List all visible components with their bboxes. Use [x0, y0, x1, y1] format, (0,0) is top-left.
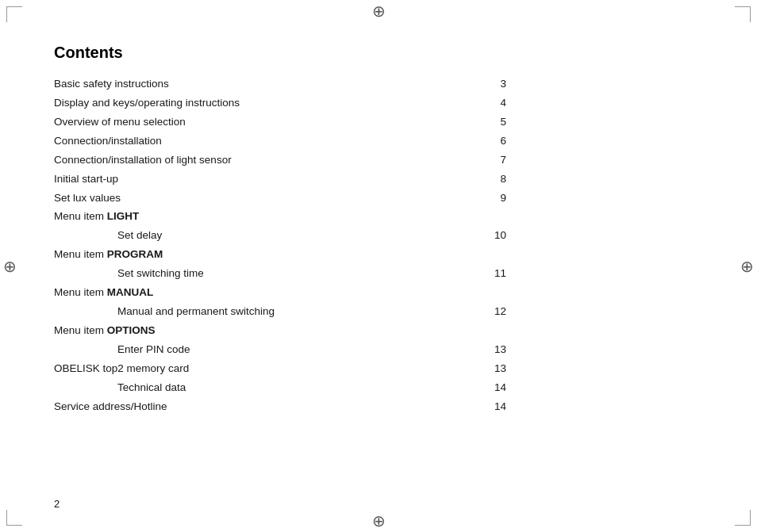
toc-label: Set lux values — [54, 190, 475, 207]
main-content: Contents Basic safety instructions 3 Dis… — [54, 44, 514, 418]
toc-row: Set delay 10 — [54, 228, 514, 244]
corner-mark-bottom-right — [735, 510, 751, 526]
toc-label: Menu item OPTIONS — [54, 323, 475, 339]
toc-row: Basic safety instructions 3 — [54, 76, 514, 93]
crosshair-top: ⊕ — [372, 3, 386, 19]
crosshair-bottom: ⊕ — [372, 513, 386, 529]
toc-row: Menu item LIGHT — [54, 209, 514, 225]
toc-page: 14 — [475, 380, 514, 396]
toc-label: Menu item MANUAL — [54, 285, 475, 301]
toc-row: Display and keys/operating instructions … — [54, 95, 514, 112]
toc-page: 8 — [475, 171, 514, 188]
toc-label: OBELISK top2 memory card — [54, 361, 475, 377]
crosshair-left: ⊕ — [3, 258, 17, 274]
toc-page: 13 — [475, 342, 514, 358]
toc-row: Overview of menu selection 5 — [54, 114, 514, 131]
toc-row: Menu item MANUAL — [54, 285, 514, 301]
toc-label: Basic safety instructions — [54, 76, 475, 93]
toc-row: Menu item OPTIONS — [54, 323, 514, 339]
toc-row: Enter PIN code 13 — [54, 342, 514, 358]
toc-label: Overview of menu selection — [54, 114, 475, 131]
toc-label: Set switching time — [54, 266, 475, 282]
toc-row: Set lux values 9 — [54, 190, 514, 207]
toc-row: Service address/Hotline 14 — [54, 399, 514, 415]
toc-table: Basic safety instructions 3 Display and … — [54, 76, 514, 415]
page-container: ⊕ ⊕ ⊕ ⊕ Contents Basic safety instructio… — [0, 0, 757, 532]
toc-page: 3 — [475, 76, 514, 93]
toc-row: Connection/installation of light sensor … — [54, 152, 514, 169]
toc-row: Initial start-up 8 — [54, 171, 514, 188]
toc-label: Initial start-up — [54, 171, 475, 188]
toc-page: 12 — [475, 304, 514, 320]
toc-label: Service address/Hotline — [54, 399, 475, 415]
toc-row: OBELISK top2 memory card 13 — [54, 361, 514, 377]
toc-label: Technical data — [54, 380, 475, 396]
toc-label: Connection/installation of light sensor — [54, 152, 475, 169]
toc-label: Display and keys/operating instructions — [54, 95, 475, 112]
page-title: Contents — [54, 44, 514, 62]
toc-label: Set delay — [54, 228, 475, 244]
toc-row: Set switching time 11 — [54, 266, 514, 282]
toc-row: Menu item PROGRAM — [54, 247, 514, 263]
toc-page: 13 — [475, 361, 514, 377]
toc-page: 11 — [475, 266, 514, 282]
toc-label: Enter PIN code — [54, 342, 475, 358]
toc-page: 7 — [475, 152, 514, 169]
toc-row: Manual and permanent switching 12 — [54, 304, 514, 320]
toc-page: 9 — [475, 190, 514, 207]
toc-label: Menu item PROGRAM — [54, 247, 475, 263]
corner-mark-top-right — [735, 6, 751, 22]
toc-label: Menu item LIGHT — [54, 209, 475, 225]
toc-page: 6 — [475, 133, 514, 150]
toc-page: 5 — [475, 114, 514, 131]
toc-label: Manual and permanent switching — [54, 304, 475, 320]
page-number: 2 — [54, 498, 60, 510]
corner-mark-top-left — [6, 6, 22, 22]
toc-page: 4 — [475, 95, 514, 112]
toc-row: Connection/installation 6 — [54, 133, 514, 150]
toc-label: Connection/installation — [54, 133, 475, 150]
toc-page: 14 — [475, 399, 514, 415]
corner-mark-bottom-left — [6, 510, 22, 526]
toc-row: Technical data 14 — [54, 380, 514, 396]
crosshair-right: ⊕ — [740, 258, 754, 274]
toc-page: 10 — [475, 228, 514, 244]
